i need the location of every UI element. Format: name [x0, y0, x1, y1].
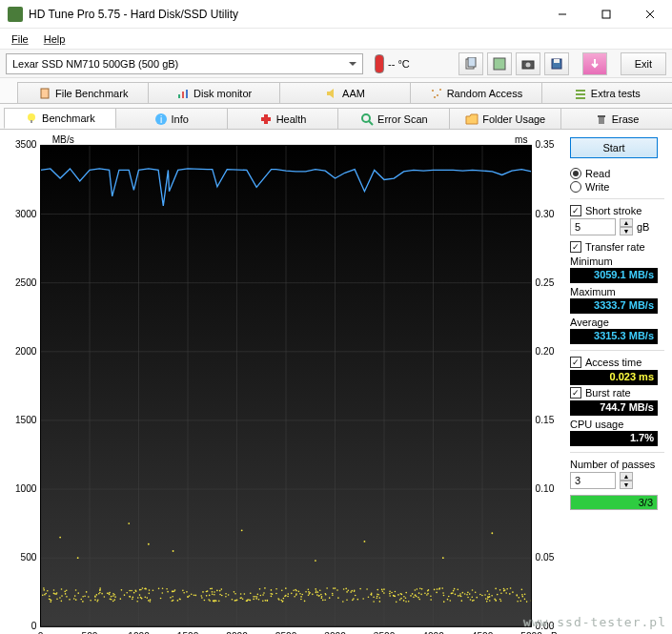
svg-point-108 [212, 593, 214, 595]
tab-error-scan[interactable]: Error Scan [337, 108, 450, 129]
maximize-button[interactable] [584, 0, 628, 29]
tab-benchmark[interactable]: Benchmark [4, 108, 116, 129]
svg-point-405 [366, 588, 368, 590]
minimize-button[interactable] [540, 0, 584, 29]
svg-point-433 [55, 593, 57, 595]
svg-point-238 [144, 596, 146, 598]
check-burst-rate[interactable]: Burst rate [570, 387, 664, 399]
list-icon [574, 87, 587, 100]
menu-help[interactable]: Help [38, 31, 71, 47]
svg-point-203 [469, 593, 471, 595]
menu-file[interactable]: File [6, 31, 34, 47]
svg-point-420 [225, 593, 227, 595]
svg-point-232 [107, 592, 109, 594]
radio-write[interactable]: Write [570, 181, 664, 193]
svg-point-175 [142, 587, 144, 589]
svg-point-376 [418, 599, 420, 601]
save-button[interactable] [544, 52, 569, 75]
svg-point-413 [503, 590, 505, 592]
svg-point-189 [316, 594, 318, 596]
svg-point-111 [355, 595, 356, 597]
tab-aam[interactable]: AAM [279, 82, 411, 103]
copy-screenshot-button[interactable] [487, 52, 512, 75]
svg-point-289 [275, 588, 277, 590]
screenshot-button[interactable] [516, 52, 540, 75]
svg-point-378 [129, 596, 131, 598]
svg-point-339 [373, 601, 375, 603]
passes-input[interactable] [570, 472, 616, 489]
check-transfer-rate[interactable]: Transfer rate [570, 241, 664, 253]
svg-point-287 [293, 589, 295, 591]
copy-info-button[interactable] [458, 52, 483, 75]
content: 0500100015002000250030003500400045005000… [0, 130, 672, 634]
svg-point-302 [441, 587, 443, 589]
tab-random-access[interactable]: Random Access [410, 82, 541, 103]
svg-rect-5 [468, 57, 476, 67]
start-button[interactable]: Start [570, 137, 658, 158]
stroke-spinner[interactable]: ▲▼gB [570, 218, 664, 235]
svg-point-206 [161, 592, 163, 594]
stroke-input[interactable] [570, 218, 616, 235]
svg-point-348 [172, 596, 173, 598]
svg-point-204 [253, 599, 255, 601]
svg-point-409 [421, 588, 423, 590]
svg-point-118 [332, 594, 334, 596]
tab-extra-tests[interactable]: Extra tests [541, 82, 672, 103]
tab-disk-monitor[interactable]: Disk monitor [148, 82, 279, 103]
passes-spinner[interactable]: ▲▼ [570, 472, 664, 489]
svg-point-296 [211, 588, 213, 590]
tab-health[interactable]: Health [227, 108, 339, 129]
svg-point-209 [134, 589, 136, 591]
svg-point-73 [350, 591, 352, 593]
svg-point-403 [308, 591, 310, 593]
svg-point-17 [439, 89, 441, 91]
svg-point-117 [524, 599, 526, 601]
svg-point-330 [307, 588, 309, 590]
svg-point-271 [219, 594, 221, 596]
svg-point-228 [399, 599, 401, 601]
tab-erase[interactable]: Erase [560, 108, 672, 129]
device-dropdown[interactable]: Lexar SSD NM710 500GB (500 gB) [6, 53, 363, 74]
options-button[interactable] [582, 52, 607, 75]
tab-folder-usage[interactable]: Folder Usage [449, 108, 561, 129]
svg-point-201 [383, 588, 385, 590]
svg-point-384 [337, 597, 339, 599]
svg-point-105 [294, 596, 295, 598]
radio-read[interactable]: Read [570, 168, 664, 179]
svg-point-362 [509, 593, 511, 595]
svg-point-308 [94, 599, 96, 601]
svg-point-272 [166, 588, 168, 590]
temp-value: -- °C [388, 58, 410, 70]
tab-file-benchmark[interactable]: File Benchmark [17, 82, 149, 103]
svg-point-354 [486, 601, 488, 603]
titlebar: HD Tune Pro 5.75 - Hard Disk/SSD Utility [0, 0, 672, 29]
svg-text:2000: 2000 [15, 346, 37, 357]
bulb-icon [25, 112, 38, 125]
svg-point-435 [126, 592, 128, 594]
thermometer-icon [375, 54, 384, 73]
svg-point-69 [234, 593, 236, 595]
tab-info[interactable]: iInfo [115, 108, 228, 129]
check-short-stroke[interactable]: Short stroke [570, 205, 664, 216]
svg-point-396 [264, 587, 266, 589]
svg-point-222 [484, 594, 486, 596]
svg-point-381 [259, 588, 261, 590]
svg-point-332 [489, 596, 491, 598]
close-button[interactable] [628, 0, 672, 29]
svg-point-335 [213, 601, 214, 603]
svg-point-97 [212, 591, 214, 593]
svg-point-166 [139, 594, 141, 596]
exit-button[interactable]: Exit [621, 52, 666, 75]
svg-point-255 [49, 595, 51, 597]
svg-point-382 [437, 588, 438, 590]
svg-point-146 [120, 598, 122, 600]
check-access-time[interactable]: Access time [570, 357, 664, 368]
toolbar: Lexar SSD NM710 500GB (500 gB) -- °C Exi… [0, 50, 672, 78]
svg-point-331 [494, 599, 496, 601]
svg-point-261 [287, 593, 289, 595]
svg-point-235 [99, 587, 101, 589]
svg-point-276 [451, 593, 453, 595]
svg-point-65 [464, 593, 466, 595]
svg-point-347 [110, 599, 112, 601]
svg-line-29 [369, 121, 373, 125]
